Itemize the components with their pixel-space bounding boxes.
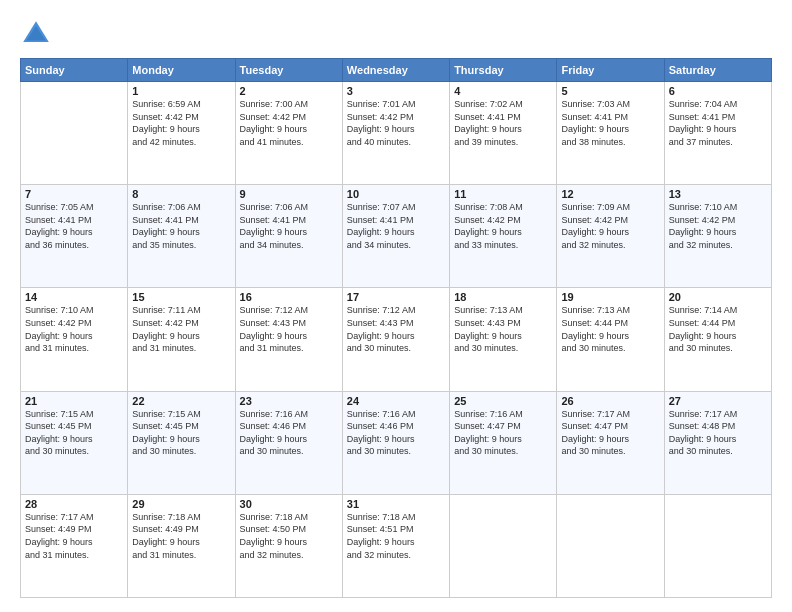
calendar-table: SundayMondayTuesdayWednesdayThursdayFrid… xyxy=(20,58,772,598)
day-number: 20 xyxy=(669,291,767,303)
day-number: 22 xyxy=(132,395,230,407)
cell-info: Sunrise: 7:01 AMSunset: 4:42 PMDaylight:… xyxy=(347,98,445,148)
cell-info: Sunrise: 7:04 AMSunset: 4:41 PMDaylight:… xyxy=(669,98,767,148)
calendar-cell: 14Sunrise: 7:10 AMSunset: 4:42 PMDayligh… xyxy=(21,288,128,391)
day-number: 25 xyxy=(454,395,552,407)
calendar-cell: 19Sunrise: 7:13 AMSunset: 4:44 PMDayligh… xyxy=(557,288,664,391)
calendar-cell: 4Sunrise: 7:02 AMSunset: 4:41 PMDaylight… xyxy=(450,82,557,185)
cell-info: Sunrise: 7:14 AMSunset: 4:44 PMDaylight:… xyxy=(669,304,767,354)
calendar-cell: 24Sunrise: 7:16 AMSunset: 4:46 PMDayligh… xyxy=(342,391,449,494)
calendar-cell: 20Sunrise: 7:14 AMSunset: 4:44 PMDayligh… xyxy=(664,288,771,391)
calendar-cell: 23Sunrise: 7:16 AMSunset: 4:46 PMDayligh… xyxy=(235,391,342,494)
calendar-cell: 22Sunrise: 7:15 AMSunset: 4:45 PMDayligh… xyxy=(128,391,235,494)
calendar-cell: 11Sunrise: 7:08 AMSunset: 4:42 PMDayligh… xyxy=(450,185,557,288)
day-number: 6 xyxy=(669,85,767,97)
calendar-cell: 10Sunrise: 7:07 AMSunset: 4:41 PMDayligh… xyxy=(342,185,449,288)
cell-info: Sunrise: 7:06 AMSunset: 4:41 PMDaylight:… xyxy=(240,201,338,251)
day-number: 28 xyxy=(25,498,123,510)
cell-info: Sunrise: 7:02 AMSunset: 4:41 PMDaylight:… xyxy=(454,98,552,148)
day-number: 11 xyxy=(454,188,552,200)
calendar-day-header: Thursday xyxy=(450,59,557,82)
calendar-cell: 26Sunrise: 7:17 AMSunset: 4:47 PMDayligh… xyxy=(557,391,664,494)
calendar-cell: 15Sunrise: 7:11 AMSunset: 4:42 PMDayligh… xyxy=(128,288,235,391)
calendar-cell: 30Sunrise: 7:18 AMSunset: 4:50 PMDayligh… xyxy=(235,494,342,597)
calendar-day-header: Sunday xyxy=(21,59,128,82)
header xyxy=(20,18,772,50)
cell-info: Sunrise: 7:06 AMSunset: 4:41 PMDaylight:… xyxy=(132,201,230,251)
calendar-header-row: SundayMondayTuesdayWednesdayThursdayFrid… xyxy=(21,59,772,82)
day-number: 24 xyxy=(347,395,445,407)
day-number: 9 xyxy=(240,188,338,200)
page: SundayMondayTuesdayWednesdayThursdayFrid… xyxy=(0,0,792,612)
day-number: 29 xyxy=(132,498,230,510)
day-number: 10 xyxy=(347,188,445,200)
calendar-day-header: Tuesday xyxy=(235,59,342,82)
day-number: 12 xyxy=(561,188,659,200)
cell-info: Sunrise: 7:07 AMSunset: 4:41 PMDaylight:… xyxy=(347,201,445,251)
day-number: 1 xyxy=(132,85,230,97)
day-number: 15 xyxy=(132,291,230,303)
cell-info: Sunrise: 7:17 AMSunset: 4:48 PMDaylight:… xyxy=(669,408,767,458)
cell-info: Sunrise: 7:18 AMSunset: 4:49 PMDaylight:… xyxy=(132,511,230,561)
day-number: 2 xyxy=(240,85,338,97)
cell-info: Sunrise: 7:12 AMSunset: 4:43 PMDaylight:… xyxy=(347,304,445,354)
calendar-cell: 13Sunrise: 7:10 AMSunset: 4:42 PMDayligh… xyxy=(664,185,771,288)
calendar-cell: 29Sunrise: 7:18 AMSunset: 4:49 PMDayligh… xyxy=(128,494,235,597)
day-number: 18 xyxy=(454,291,552,303)
day-number: 17 xyxy=(347,291,445,303)
calendar-week-row: 21Sunrise: 7:15 AMSunset: 4:45 PMDayligh… xyxy=(21,391,772,494)
calendar-cell xyxy=(664,494,771,597)
calendar-cell: 3Sunrise: 7:01 AMSunset: 4:42 PMDaylight… xyxy=(342,82,449,185)
cell-info: Sunrise: 7:00 AMSunset: 4:42 PMDaylight:… xyxy=(240,98,338,148)
calendar-cell: 28Sunrise: 7:17 AMSunset: 4:49 PMDayligh… xyxy=(21,494,128,597)
calendar-cell: 2Sunrise: 7:00 AMSunset: 4:42 PMDaylight… xyxy=(235,82,342,185)
calendar-week-row: 28Sunrise: 7:17 AMSunset: 4:49 PMDayligh… xyxy=(21,494,772,597)
cell-info: Sunrise: 7:10 AMSunset: 4:42 PMDaylight:… xyxy=(25,304,123,354)
day-number: 14 xyxy=(25,291,123,303)
cell-info: Sunrise: 7:10 AMSunset: 4:42 PMDaylight:… xyxy=(669,201,767,251)
cell-info: Sunrise: 7:08 AMSunset: 4:42 PMDaylight:… xyxy=(454,201,552,251)
calendar-cell: 12Sunrise: 7:09 AMSunset: 4:42 PMDayligh… xyxy=(557,185,664,288)
calendar-day-header: Saturday xyxy=(664,59,771,82)
day-number: 16 xyxy=(240,291,338,303)
calendar-cell: 8Sunrise: 7:06 AMSunset: 4:41 PMDaylight… xyxy=(128,185,235,288)
cell-info: Sunrise: 7:16 AMSunset: 4:46 PMDaylight:… xyxy=(240,408,338,458)
calendar-cell xyxy=(21,82,128,185)
cell-info: Sunrise: 7:18 AMSunset: 4:51 PMDaylight:… xyxy=(347,511,445,561)
cell-info: Sunrise: 7:12 AMSunset: 4:43 PMDaylight:… xyxy=(240,304,338,354)
calendar-cell: 1Sunrise: 6:59 AMSunset: 4:42 PMDaylight… xyxy=(128,82,235,185)
day-number: 4 xyxy=(454,85,552,97)
cell-info: Sunrise: 7:17 AMSunset: 4:47 PMDaylight:… xyxy=(561,408,659,458)
calendar-cell: 18Sunrise: 7:13 AMSunset: 4:43 PMDayligh… xyxy=(450,288,557,391)
calendar-cell: 27Sunrise: 7:17 AMSunset: 4:48 PMDayligh… xyxy=(664,391,771,494)
day-number: 23 xyxy=(240,395,338,407)
day-number: 5 xyxy=(561,85,659,97)
calendar-cell: 9Sunrise: 7:06 AMSunset: 4:41 PMDaylight… xyxy=(235,185,342,288)
calendar-cell: 25Sunrise: 7:16 AMSunset: 4:47 PMDayligh… xyxy=(450,391,557,494)
cell-info: Sunrise: 6:59 AMSunset: 4:42 PMDaylight:… xyxy=(132,98,230,148)
cell-info: Sunrise: 7:16 AMSunset: 4:46 PMDaylight:… xyxy=(347,408,445,458)
cell-info: Sunrise: 7:11 AMSunset: 4:42 PMDaylight:… xyxy=(132,304,230,354)
calendar-cell: 5Sunrise: 7:03 AMSunset: 4:41 PMDaylight… xyxy=(557,82,664,185)
cell-info: Sunrise: 7:03 AMSunset: 4:41 PMDaylight:… xyxy=(561,98,659,148)
calendar-week-row: 1Sunrise: 6:59 AMSunset: 4:42 PMDaylight… xyxy=(21,82,772,185)
calendar-week-row: 14Sunrise: 7:10 AMSunset: 4:42 PMDayligh… xyxy=(21,288,772,391)
calendar-cell: 31Sunrise: 7:18 AMSunset: 4:51 PMDayligh… xyxy=(342,494,449,597)
day-number: 3 xyxy=(347,85,445,97)
cell-info: Sunrise: 7:09 AMSunset: 4:42 PMDaylight:… xyxy=(561,201,659,251)
calendar-week-row: 7Sunrise: 7:05 AMSunset: 4:41 PMDaylight… xyxy=(21,185,772,288)
calendar-cell: 17Sunrise: 7:12 AMSunset: 4:43 PMDayligh… xyxy=(342,288,449,391)
day-number: 30 xyxy=(240,498,338,510)
day-number: 26 xyxy=(561,395,659,407)
calendar-cell: 16Sunrise: 7:12 AMSunset: 4:43 PMDayligh… xyxy=(235,288,342,391)
calendar-cell: 21Sunrise: 7:15 AMSunset: 4:45 PMDayligh… xyxy=(21,391,128,494)
calendar-cell: 6Sunrise: 7:04 AMSunset: 4:41 PMDaylight… xyxy=(664,82,771,185)
calendar-cell xyxy=(450,494,557,597)
cell-info: Sunrise: 7:15 AMSunset: 4:45 PMDaylight:… xyxy=(132,408,230,458)
day-number: 8 xyxy=(132,188,230,200)
cell-info: Sunrise: 7:15 AMSunset: 4:45 PMDaylight:… xyxy=(25,408,123,458)
day-number: 31 xyxy=(347,498,445,510)
day-number: 19 xyxy=(561,291,659,303)
day-number: 21 xyxy=(25,395,123,407)
logo-icon xyxy=(20,18,52,50)
